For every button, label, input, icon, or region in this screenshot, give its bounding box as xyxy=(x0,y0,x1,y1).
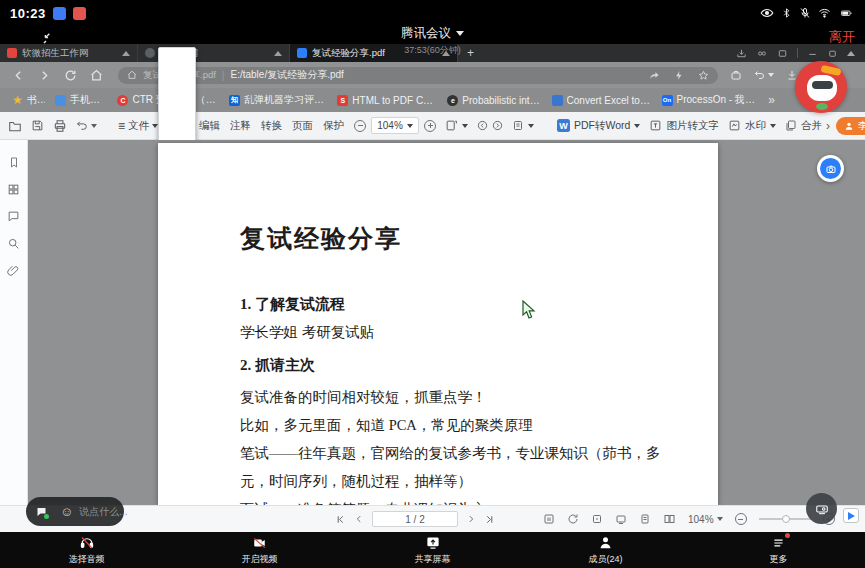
bookmark-item[interactable]: 手机书签 xyxy=(55,93,107,107)
watermark-button[interactable]: 水印 xyxy=(728,119,776,133)
save-icon[interactable] xyxy=(31,119,44,132)
minimize-icon[interactable] xyxy=(807,48,818,59)
address-input[interactable]: 复试经验分享.pdf | E:/table/复试经验分享.pdf xyxy=(118,67,718,84)
zoom-out-icon[interactable] xyxy=(354,120,366,132)
comments-panel-icon[interactable] xyxy=(7,210,20,223)
attachment-icon[interactable] xyxy=(7,264,20,277)
browser-tab-active[interactable]: 复试经验分享.pdf xyxy=(290,44,458,62)
forward-icon[interactable] xyxy=(38,69,51,82)
bookmark-item[interactable]: Convert Excel to L... xyxy=(552,95,652,106)
image-to-text-button[interactable]: 图片转文字 xyxy=(649,119,719,133)
reload-icon[interactable] xyxy=(64,69,77,82)
headset-muted-icon xyxy=(79,535,95,551)
print-icon[interactable] xyxy=(53,119,67,133)
thumbnails-panel-icon[interactable] xyxy=(7,183,20,196)
chat-bubble-icon[interactable] xyxy=(35,506,48,518)
browser-tab-bar: 软微招生工作网 千人千网 复试经验分享.pdf + xyxy=(0,44,865,62)
zoom-slider[interactable] xyxy=(759,518,811,520)
search-icon[interactable] xyxy=(7,237,20,250)
restore-icon[interactable] xyxy=(827,48,838,59)
two-page-icon[interactable] xyxy=(663,513,676,525)
hand-tool-icon[interactable] xyxy=(591,513,603,525)
page-number-view-icon[interactable] xyxy=(543,513,555,525)
chat-input-placeholder[interactable]: 说点什么... xyxy=(79,505,127,519)
screen-share-icon xyxy=(425,535,441,551)
play-button[interactable] xyxy=(843,508,859,523)
excel-icon xyxy=(552,95,563,106)
prev-page-icon[interactable] xyxy=(477,120,488,131)
document-title: 复试经验分享 xyxy=(240,223,692,255)
chevron-down-icon xyxy=(768,73,774,77)
meeting-title-dropdown[interactable]: 腾讯会议 xyxy=(401,25,464,42)
menu-convert[interactable]: 转换 xyxy=(261,119,282,133)
more-button[interactable]: 更多 xyxy=(692,532,865,568)
share-icon[interactable] xyxy=(649,70,660,81)
menu-protect[interactable]: 保护 xyxy=(323,119,344,133)
single-page-icon[interactable] xyxy=(639,513,651,525)
next-page-icon[interactable] xyxy=(492,120,503,131)
share-screen-button[interactable]: 共享屏幕 xyxy=(346,532,519,568)
members-icon xyxy=(598,535,613,551)
bookmark-item[interactable]: ★ 书签 xyxy=(12,93,45,107)
window-icon[interactable] xyxy=(777,48,788,59)
last-page-icon[interactable] xyxy=(484,514,495,525)
page-navigation: 1/2 xyxy=(477,120,503,131)
favorite-star-icon[interactable] xyxy=(698,70,709,81)
bookmark-panel-icon[interactable] xyxy=(8,156,20,169)
start-video-button[interactable]: 开启视频 xyxy=(173,532,346,568)
menu-annotate[interactable]: 注释 xyxy=(230,119,251,133)
merge-button[interactable]: 合并 xyxy=(785,119,822,133)
browser-tab-1[interactable]: 软微招生工作网 xyxy=(0,44,138,62)
fullscreen-icon[interactable] xyxy=(615,513,627,525)
status-page-indicator[interactable]: 1 / 2 xyxy=(372,511,458,527)
undo-icon[interactable] xyxy=(76,119,97,132)
back-icon[interactable] xyxy=(12,69,25,82)
document-heading: 2. 抓请主次 xyxy=(240,354,692,376)
rotate-icon[interactable] xyxy=(567,513,579,525)
browser-mascot-avatar[interactable] xyxy=(795,61,847,113)
projector-float-button[interactable] xyxy=(806,493,837,524)
new-tab-button[interactable]: + xyxy=(458,44,483,62)
bluetooth-icon xyxy=(781,7,792,19)
meeting-chat-pill[interactable]: ☺ 说点什么... xyxy=(26,497,124,526)
next-page-icon[interactable] xyxy=(466,514,476,524)
menu-edit[interactable]: 编辑 xyxy=(199,119,220,133)
home-icon[interactable] xyxy=(90,69,103,82)
clock-time: 10:23 xyxy=(10,6,46,21)
more-lines-icon xyxy=(771,535,786,551)
menu-page[interactable]: 页面 xyxy=(292,119,313,133)
extension-icon[interactable] xyxy=(730,69,742,81)
download-tray-icon[interactable] xyxy=(736,48,747,59)
leave-meeting-button[interactable]: 离开 xyxy=(829,28,855,46)
read-mode-button[interactable] xyxy=(512,119,534,132)
zoom-out-icon[interactable] xyxy=(735,513,747,525)
undo-menu-button[interactable] xyxy=(754,69,774,81)
bookmark-item[interactable]: On ProcessOn - 我的... xyxy=(662,93,759,107)
emoji-icon[interactable]: ☺ xyxy=(60,505,73,518)
user-account-badge[interactable]: 李文娟 xyxy=(836,117,865,135)
open-file-icon[interactable] xyxy=(8,119,22,133)
bookmark-item[interactable]: S HTML to PDF Con... xyxy=(337,95,437,106)
collapse-toolbar-icon[interactable] xyxy=(847,51,855,56)
zoom-level-select[interactable]: 104% xyxy=(371,117,419,134)
members-button[interactable]: 成员(24) xyxy=(519,532,692,568)
menu-file[interactable]: ≡ 文件 xyxy=(118,119,158,133)
mouse-cursor xyxy=(522,300,536,320)
prev-page-icon[interactable] xyxy=(354,514,364,524)
bookmark-item[interactable]: 知 乱弹机器学习评估... xyxy=(229,93,327,107)
lightning-icon[interactable] xyxy=(674,70,684,81)
link-icon[interactable] xyxy=(756,48,768,59)
mascot-leaf-icon xyxy=(816,103,828,110)
bookmark-item[interactable]: e Probabilistic inter... xyxy=(447,95,541,106)
first-page-icon[interactable] xyxy=(335,514,346,525)
pdf-to-word-button[interactable]: W PDF转Word xyxy=(557,119,640,133)
screenshot-float-button[interactable] xyxy=(817,155,844,182)
fit-page-button[interactable] xyxy=(445,119,468,132)
select-audio-button[interactable]: 选择音频 xyxy=(0,532,173,568)
zoom-slider-knob[interactable] xyxy=(782,515,790,523)
shrink-window-icon[interactable] xyxy=(40,31,56,47)
toolbar-item-label: 共享屏幕 xyxy=(415,553,451,566)
toolbar-expand-icon[interactable]: › xyxy=(826,119,830,133)
zoom-in-icon[interactable] xyxy=(424,120,436,132)
status-zoom-select[interactable]: 104% xyxy=(688,514,723,525)
